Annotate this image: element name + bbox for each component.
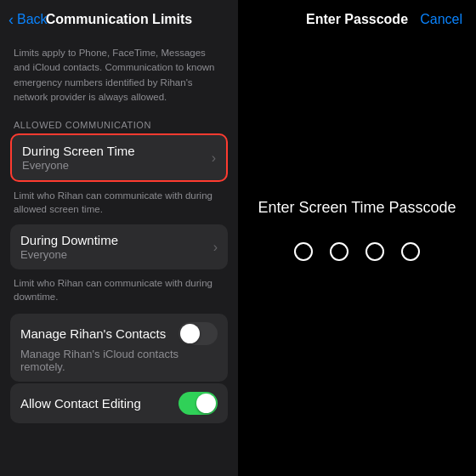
allow-contact-editing-label: Allow Contact Editing [20, 396, 141, 411]
section-label: ALLOWED COMMUNICATION [0, 115, 238, 133]
back-label: Back [17, 12, 48, 27]
back-button[interactable]: ‹ Back [8, 11, 48, 29]
left-scroll-content: Limits apply to Phone, FaceTime, Message… [0, 34, 238, 476]
allow-contact-editing-row: Allow Contact Editing [10, 383, 228, 423]
screen-time-chevron-icon: › [212, 150, 216, 166]
left-panel: ‹ Back Communication Limits Limits apply… [0, 0, 238, 476]
passcode-dots [294, 242, 420, 261]
passcode-dot-4 [401, 242, 420, 261]
downtime-chevron-icon: › [213, 240, 218, 255]
screen-time-title: During Screen Time [22, 144, 135, 158]
left-nav-bar: ‹ Back Communication Limits [0, 0, 238, 34]
passcode-dot-2 [330, 242, 348, 261]
allow-contact-editing-toggle-knob [196, 394, 216, 413]
manage-contacts-label: Manage Rihan's Contacts [20, 326, 166, 341]
cancel-button[interactable]: Cancel [420, 12, 462, 27]
back-chevron-icon: ‹ [8, 11, 14, 29]
during-screen-time-item[interactable]: During Screen Time Everyone › [10, 133, 228, 182]
downtime-subtitle: Everyone [20, 248, 118, 261]
info-text: Limits apply to Phone, FaceTime, Message… [0, 34, 238, 115]
passcode-nav: Enter Passcode Cancel [238, 0, 476, 34]
manage-contacts-row: Manage Rihan's Contacts Manage Rihan's i… [10, 314, 228, 382]
downtime-title: During Downtime [20, 233, 118, 247]
allow-contact-editing-toggle[interactable] [178, 392, 218, 415]
passcode-nav-title: Enter Passcode [306, 12, 408, 27]
manage-contacts-toggle-knob [180, 324, 200, 343]
manage-contacts-sublabel: Manage Rihan's iCloud contacts remotely. [20, 348, 218, 373]
downtime-desc: Limit who Rihan can communicate with dur… [0, 271, 238, 307]
screen-time-subtitle: Everyone [22, 159, 135, 172]
passcode-prompt: Enter Screen Time Passcode [258, 199, 456, 217]
left-nav-title: Communication Limits [46, 12, 192, 27]
passcode-dot-1 [294, 242, 313, 261]
right-panel: Enter Passcode Cancel Enter Screen Time … [238, 0, 476, 476]
passcode-body: Enter Screen Time Passcode [238, 34, 476, 476]
passcode-dot-3 [366, 242, 384, 261]
screen-time-desc: Limit who Rihan can communicate with dur… [0, 184, 238, 219]
during-downtime-item[interactable]: During Downtime Everyone › [10, 224, 228, 269]
manage-contacts-toggle[interactable] [178, 322, 218, 345]
